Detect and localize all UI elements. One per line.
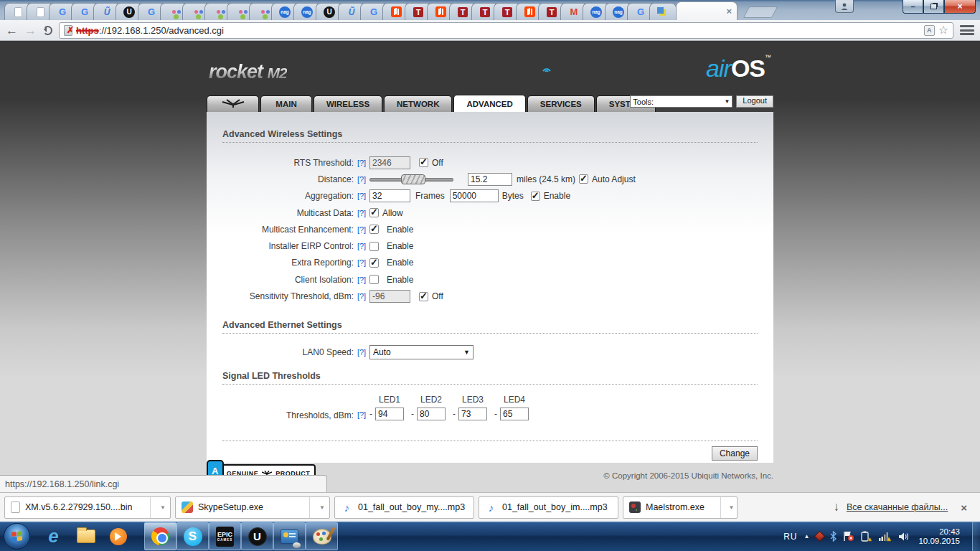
help-link[interactable]: [?]	[354, 276, 369, 284]
auto-adjust-checkbox[interactable]	[579, 174, 588, 184]
tab-ubiquiti-home[interactable]	[207, 95, 259, 112]
bookmark-star-icon[interactable]: ☆	[938, 24, 948, 36]
music-file-icon: ♪	[485, 501, 497, 514]
close-button[interactable]: ×	[944, 0, 976, 14]
taskbar-internet-explorer[interactable]: e	[37, 522, 70, 550]
taskbar-media-player[interactable]	[102, 522, 134, 550]
download-menu-arrow[interactable]: ▼	[156, 504, 170, 511]
download-item[interactable]: Maelstrom.exe ▼	[623, 496, 738, 519]
taskbar-clock[interactable]: 20:43 10.09.2015	[918, 527, 960, 546]
new-tab-button[interactable]	[743, 6, 778, 18]
sensitivity-threshold-input[interactable]	[369, 290, 410, 303]
sensitivity-off-checkbox[interactable]	[419, 292, 428, 301]
help-link[interactable]: [?]	[354, 175, 369, 184]
restore-button[interactable]	[923, 0, 944, 14]
help-link[interactable]: [?]	[354, 192, 369, 200]
extra-reporting-checkbox[interactable]	[369, 258, 379, 268]
show-hidden-icons-button[interactable]: ▲	[804, 533, 810, 540]
media-player-icon	[110, 528, 127, 545]
paint-icon	[313, 529, 331, 545]
active-browser-tab[interactable]: ×	[676, 1, 738, 20]
start-button[interactable]	[4, 523, 30, 550]
status-link-tooltip: https://192.168.1.250/link.cgi	[0, 475, 327, 492]
led1-threshold-input[interactable]	[375, 408, 404, 420]
taskbar-paint[interactable]	[306, 522, 338, 550]
multicast-enhancement-checkbox[interactable]	[369, 225, 379, 234]
action-center-flag-icon[interactable]	[843, 531, 854, 542]
taskbar-windows-explorer[interactable]	[70, 522, 102, 550]
slider-handle[interactable]	[401, 174, 425, 184]
rts-threshold-input[interactable]	[369, 156, 410, 169]
help-link[interactable]: [?]	[354, 225, 369, 234]
downloads-bar: XM.v5.6.2.27929.150....bin ▼ SkypeSetup.…	[0, 492, 980, 522]
bluetooth-icon[interactable]	[830, 531, 837, 542]
client-isolation-checkbox[interactable]	[369, 275, 379, 284]
download-filename: Maelstrom.exe	[646, 502, 705, 512]
tray-app-icon[interactable]	[814, 531, 826, 542]
translate-icon[interactable]: A	[924, 25, 935, 36]
download-item[interactable]: ♪ 01_fall_out_boy_im....mp3 ▼	[479, 496, 618, 519]
help-link[interactable]: [?]	[354, 159, 369, 167]
led2-threshold-input[interactable]	[417, 408, 446, 420]
aggregation-bytes-input[interactable]	[450, 189, 499, 202]
aggregation-enable-checkbox[interactable]	[531, 192, 540, 201]
close-downloads-bar-button[interactable]: ×	[961, 501, 967, 514]
help-link[interactable]: [?]	[354, 209, 369, 217]
minimize-button[interactable]: –	[903, 0, 923, 14]
tab-advanced[interactable]: ADVANCED	[453, 95, 525, 112]
tab-close-icon[interactable]: ×	[726, 6, 732, 16]
checkbox-label: Enable	[387, 241, 413, 251]
distance-input[interactable]	[468, 173, 512, 186]
taskbar-unreal-engine[interactable]: U	[241, 522, 273, 550]
show-desktop-button[interactable]	[972, 522, 980, 551]
taskbar-chrome[interactable]	[144, 522, 176, 550]
forward-button[interactable]: →	[24, 24, 37, 37]
rts-off-checkbox[interactable]	[419, 158, 428, 167]
download-item[interactable]: XM.v5.6.2.27929.150....bin ▼	[4, 496, 171, 519]
lan0-speed-select[interactable]: Auto ▼	[369, 345, 473, 359]
help-link[interactable]: [?]	[354, 410, 369, 419]
download-menu-arrow[interactable]: ▼	[315, 504, 329, 511]
led4-header: LED4	[504, 395, 525, 405]
distance-slider[interactable]	[369, 174, 453, 184]
download-filename: XM.v5.6.2.27929.150....bin	[25, 502, 132, 512]
eirp-control-checkbox[interactable]	[369, 242, 379, 251]
taskbar-epic-games[interactable]: EPICGAMES	[209, 522, 241, 550]
help-link[interactable]: [?]	[354, 292, 369, 301]
tab-network[interactable]: NETWORK	[384, 95, 452, 112]
taskbar-skype[interactable]: S	[176, 522, 209, 550]
tab-services[interactable]: SERVICES	[527, 95, 595, 112]
show-all-downloads-link[interactable]: Все скачанные файлы...	[847, 502, 948, 512]
help-link[interactable]: [?]	[354, 348, 369, 357]
browser-tab[interactable]	[649, 3, 677, 20]
taobao-icon	[524, 6, 535, 17]
download-item[interactable]: SkypeSetup.exe ▼	[175, 496, 330, 519]
help-link[interactable]: [?]	[354, 258, 369, 267]
tools-select[interactable]: Tools:▼	[630, 95, 732, 108]
tab-wireless[interactable]: WIRELESS	[314, 95, 382, 112]
chrome-icon	[151, 527, 169, 545]
logout-button[interactable]: Logout	[736, 95, 773, 108]
taskbar-settings-app[interactable]	[273, 522, 306, 550]
back-button[interactable]: ←	[6, 24, 18, 37]
battery-warning-icon[interactable]	[861, 531, 872, 542]
change-button[interactable]: Change	[712, 446, 758, 461]
multicast-data-checkbox[interactable]	[369, 208, 379, 217]
language-indicator[interactable]: RU	[783, 532, 797, 542]
volume-icon[interactable]	[898, 532, 909, 542]
network-signal-warning-icon[interactable]	[879, 531, 892, 542]
help-link[interactable]: [?]	[354, 242, 369, 250]
download-menu-arrow[interactable]: ▼	[726, 504, 737, 511]
download-item[interactable]: ♪ 01_fall_out_boy_my....mp3 ▼	[334, 496, 474, 519]
tmall-icon: T	[480, 7, 490, 17]
reload-button[interactable]	[43, 26, 52, 35]
chrome-menu-button[interactable]	[960, 25, 974, 35]
profile-avatar-button[interactable]	[835, 0, 854, 13]
led4-threshold-input[interactable]	[500, 408, 529, 420]
insecure-page-icon[interactable]	[64, 25, 72, 36]
aggregation-frames-input[interactable]	[369, 189, 410, 202]
led3-threshold-input[interactable]	[458, 408, 487, 420]
tab-main[interactable]: MAIN	[260, 95, 312, 112]
field-label: LAN0 Speed:	[222, 347, 354, 357]
address-bar[interactable]: https://192.168.1.250/advanced.cgi A ☆	[59, 22, 953, 39]
